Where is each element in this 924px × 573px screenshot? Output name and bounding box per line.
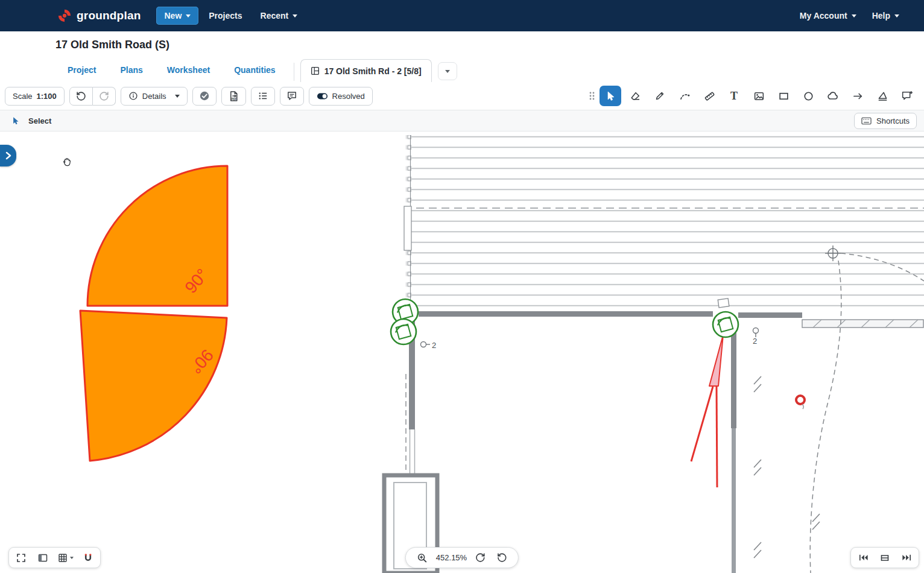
details-label: Details	[142, 92, 166, 101]
undo-icon	[76, 91, 86, 101]
red-annotations[interactable]	[691, 335, 805, 487]
image-tool-button[interactable]	[748, 86, 770, 106]
fullscreen-button[interactable]	[11, 548, 31, 568]
tab-plans[interactable]: Plans	[108, 65, 154, 82]
chevron-down-icon	[186, 14, 191, 17]
new-menu-button[interactable]: New	[156, 7, 198, 25]
eraser-tool-button[interactable]	[624, 86, 646, 106]
approve-button[interactable]	[192, 87, 217, 106]
nav-projects[interactable]: Projects	[201, 7, 250, 25]
next-plan-button[interactable]	[896, 548, 917, 568]
grid-icon	[57, 552, 68, 563]
undo-redo-group	[69, 87, 116, 106]
sidebar-expand-button[interactable]	[0, 145, 16, 166]
undo-button[interactable]	[69, 87, 93, 106]
chevron-down-icon	[445, 70, 450, 73]
toggle-on-icon	[317, 92, 328, 101]
recent-label: Recent	[261, 11, 289, 21]
brand-name: groundplan	[77, 9, 141, 22]
list-view-button[interactable]	[251, 87, 275, 106]
red-needle-annotation[interactable]	[709, 335, 723, 386]
scale-button[interactable]: Scale 1:100	[5, 87, 65, 106]
red-line-left[interactable]	[691, 387, 713, 461]
text-tool-button[interactable]: T	[723, 86, 745, 106]
side-panel-icon	[37, 552, 48, 563]
zoom-bar: 452.15%	[405, 547, 519, 568]
grid-options-button[interactable]	[54, 548, 77, 568]
plan-underlay: 2 2	[384, 135, 924, 573]
sprinkler-marker-3[interactable]	[713, 312, 738, 337]
pages-icon	[879, 552, 890, 563]
my-account-menu-button[interactable]: My Account	[792, 7, 864, 25]
tab-project[interactable]: Project	[55, 65, 108, 82]
document-tab[interactable]: 17 Old Smith Rd - 2 [5/8]	[300, 59, 432, 82]
chevron-right-icon	[5, 151, 12, 160]
shortcuts-button[interactable]: Shortcuts	[854, 113, 917, 129]
red-line-right[interactable]	[717, 387, 717, 487]
add-comment-icon	[901, 90, 913, 102]
resolved-toggle-button[interactable]: Resolved	[309, 87, 373, 106]
tab-list-dropdown-button[interactable]	[438, 62, 457, 80]
groundplan-logo-icon	[57, 8, 72, 23]
angle-tool-button[interactable]	[872, 86, 893, 106]
snap-magnet-button[interactable]	[78, 548, 98, 568]
previous-plan-button[interactable]	[853, 548, 873, 568]
select-tool-button[interactable]	[600, 86, 621, 106]
plan-sheet-icon	[311, 66, 320, 75]
main-nav: New Projects Recent	[156, 7, 305, 25]
plan-pages-button[interactable]	[875, 548, 895, 568]
scale-label: Scale	[13, 92, 33, 101]
comment-icon	[286, 90, 297, 101]
keyboard-icon	[861, 117, 872, 125]
groundplan-logo[interactable]: groundplan	[57, 8, 141, 23]
measure-tool-button[interactable]	[698, 86, 720, 106]
help-label: Help	[872, 11, 890, 21]
zoom-in-button[interactable]	[414, 548, 431, 568]
shortcuts-label: Shortcuts	[876, 116, 910, 125]
drag-dots-icon	[588, 90, 595, 101]
angle-wedge-top[interactable]	[87, 166, 227, 306]
toolbar-drag-handle[interactable]	[587, 90, 596, 101]
freehand-tool-button[interactable]	[674, 86, 695, 106]
hand-cursor	[64, 159, 71, 166]
chevron-down-icon	[175, 95, 180, 98]
chevron-down-icon	[70, 557, 74, 559]
select-mode-cursor-icon	[11, 116, 20, 125]
wall-tick-marks	[754, 376, 820, 558]
redo-button[interactable]	[93, 87, 116, 106]
add-comment-tool-button[interactable]	[896, 86, 918, 106]
image-icon	[753, 90, 765, 102]
comments-button[interactable]	[280, 87, 304, 106]
rectangle-tool-button[interactable]	[773, 86, 794, 106]
info-icon	[128, 91, 138, 101]
tab-quantities[interactable]: Quantities	[222, 65, 287, 82]
red-circle-marker[interactable]	[796, 396, 805, 404]
view-controls-bar	[8, 547, 101, 568]
pen-tool-button[interactable]	[649, 86, 671, 106]
zoom-in-icon	[417, 552, 428, 563]
rotate-ccw-icon	[497, 552, 507, 563]
circle-icon	[803, 90, 814, 102]
rotate-clockwise-button[interactable]	[472, 548, 489, 568]
toolbar: Scale 1:100 Detai	[0, 82, 924, 110]
cloud-tool-button[interactable]	[822, 86, 844, 106]
list-icon	[258, 90, 268, 101]
plan-drawing[interactable]: 2 2 90° 90°	[0, 131, 924, 573]
recent-menu-button[interactable]: Recent	[253, 7, 306, 25]
top-navigation-bar: groundplan New Projects Recent My Accoun…	[0, 0, 924, 31]
count-label-right: 2	[753, 337, 757, 346]
details-button[interactable]: Details	[121, 87, 188, 106]
tab-worksheet[interactable]: Worksheet	[155, 65, 222, 82]
pdf-text: PDF	[231, 97, 236, 100]
plan-canvas[interactable]: 2 2 90° 90°	[0, 131, 924, 573]
arrow-tool-button[interactable]	[847, 86, 869, 106]
export-pdf-button[interactable]: PDF	[221, 87, 246, 106]
angle-wedge-bottom[interactable]	[80, 311, 227, 461]
sprinkler-marker-2[interactable]	[391, 319, 416, 344]
side-panel-toggle-button[interactable]	[33, 548, 53, 568]
document-tab-label: 17 Old Smith Rd - 2 [5/8]	[324, 66, 422, 76]
skip-forward-icon	[901, 552, 913, 563]
help-menu-button[interactable]: Help	[864, 7, 907, 25]
ellipse-tool-button[interactable]	[797, 86, 819, 106]
rotate-counterclockwise-button[interactable]	[494, 548, 510, 568]
